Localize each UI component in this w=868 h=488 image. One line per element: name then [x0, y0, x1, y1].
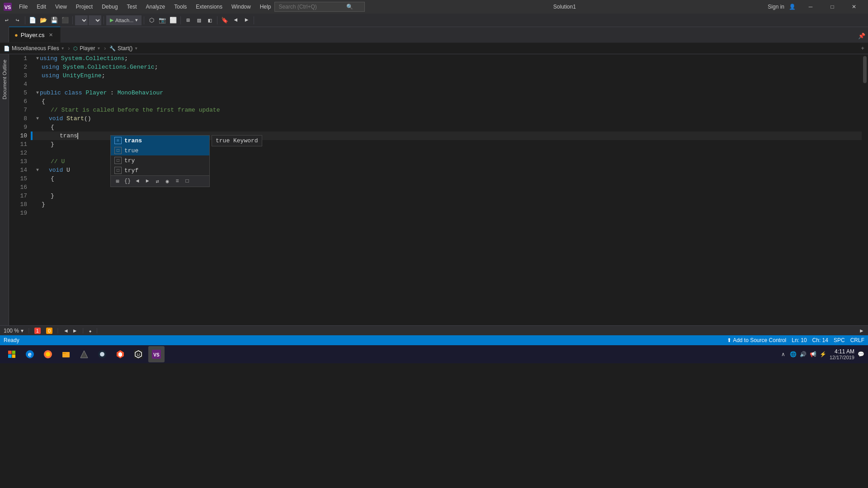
menu-tools[interactable]: Tools — [170, 2, 190, 12]
ac-item-try[interactable]: □ try — [111, 155, 209, 165]
ac-tool-7[interactable]: ≡ — [173, 177, 181, 185]
ac-tool-3[interactable]: ◄ — [133, 177, 142, 185]
title-search-input[interactable] — [278, 4, 346, 10]
zoom-level[interactable]: 100 % ▾ — [4, 328, 24, 334]
new-file-button[interactable]: 📄 — [28, 15, 38, 25]
scroll-thumb[interactable] — [863, 56, 867, 83]
code-editor[interactable]: ▼ using System.Collections; using System… — [33, 54, 862, 325]
toolbar-btn-5[interactable]: ⬜ — [168, 15, 178, 25]
collapse-5[interactable]: ▼ — [36, 89, 39, 97]
menu-window[interactable]: Window — [228, 2, 255, 12]
taskbar-vs-icon[interactable]: VS — [148, 346, 165, 362]
ac-tool-6[interactable]: ◉ — [163, 177, 171, 185]
tab-player-cs[interactable]: ● Player.cs ✕ — [9, 27, 61, 42]
breadcrumb-files[interactable]: Miscellaneous Files — [12, 45, 59, 52]
minimize-button[interactable]: ─ — [800, 0, 821, 14]
error-count[interactable]: 1 — [34, 328, 42, 334]
status-spc[interactable]: SPC — [834, 337, 845, 343]
redo-button[interactable]: ↪ — [13, 15, 23, 25]
nav-fwd-toolbar[interactable]: ► — [241, 15, 251, 25]
toolbar-btn-7[interactable]: ▤ — [194, 15, 204, 25]
ac-item-trans[interactable]: ≡ trans — [111, 136, 209, 145]
toolbar-btn-8[interactable]: ◧ — [205, 15, 215, 25]
breakpoint-button[interactable]: ⬡ — [146, 15, 156, 25]
scroll-right-btn[interactable]: ► — [859, 328, 864, 334]
zoom-dropdown-icon[interactable]: ▾ — [21, 328, 24, 334]
save-button[interactable]: 💾 — [49, 15, 59, 25]
system-clock[interactable]: 4:11 AM 12/17/2019 — [830, 348, 854, 360]
platform-dropdown[interactable] — [89, 15, 101, 25]
sign-in-button[interactable]: Sign in — [764, 2, 788, 12]
ac-tool-4[interactable]: ► — [143, 177, 151, 185]
menu-debug[interactable]: Debug — [98, 2, 121, 12]
tab-close-button[interactable]: ✕ — [47, 31, 55, 38]
code-line-18: } — [33, 200, 862, 209]
close-button[interactable]: ✕ — [844, 0, 864, 14]
nav-back-btn[interactable]: ◄ — [63, 328, 69, 334]
add-nav-button[interactable]: + — [861, 45, 864, 52]
doc-outline-label[interactable]: Document Outline — [1, 56, 8, 103]
ac-item-tryf[interactable]: □ tryf — [111, 165, 209, 175]
menu-test[interactable]: Test — [123, 2, 141, 12]
restore-button[interactable]: □ — [822, 0, 843, 14]
menu-file[interactable]: File — [15, 2, 31, 12]
ac-tool-1[interactable]: ⊞ — [113, 177, 122, 185]
ac-item-true[interactable]: □ true — [111, 145, 209, 155]
network-icon[interactable]: 🌐 — [790, 351, 797, 358]
taskbar-unity-icon[interactable]: U — [130, 346, 146, 362]
taskbar-edge-icon[interactable]: e — [22, 346, 38, 362]
taskbar-app4-icon[interactable] — [76, 346, 92, 362]
svg-rect-2 — [8, 351, 12, 354]
breadcrumb-method[interactable]: Start() — [118, 45, 132, 52]
status-ready[interactable]: Ready — [4, 337, 19, 343]
ac-tool-5[interactable]: ⇄ — [153, 177, 161, 185]
nav-back-toolbar[interactable]: ◄ — [231, 15, 241, 25]
screenshot-button[interactable]: 📷 — [157, 15, 167, 25]
taskbar-steam-icon[interactable] — [94, 346, 110, 362]
taskbar-explorer-icon[interactable] — [58, 346, 74, 362]
volume-icon[interactable]: 🔊 — [800, 351, 807, 358]
menu-project[interactable]: Project — [72, 2, 96, 12]
nav-indicator[interactable]: ⬥ — [89, 328, 92, 334]
status-ch[interactable]: Ch: 14 — [812, 337, 828, 343]
attach-button[interactable]: ▶ Attach... ▾ — [106, 15, 142, 25]
scrollbar-vertical[interactable] — [862, 54, 868, 325]
ac-tool-2[interactable]: {} — [123, 177, 132, 185]
speaker-icon[interactable]: 📢 — [810, 351, 817, 358]
save-all-button[interactable]: ⬛ — [60, 15, 70, 25]
start-button[interactable] — [4, 346, 20, 362]
nav-fwd-btn[interactable]: ► — [72, 328, 78, 334]
breadcrumb-class[interactable]: Player — [80, 45, 95, 52]
bookmark-button[interactable]: 🔖 — [220, 15, 230, 25]
notification-icon[interactable]: 💬 — [857, 351, 864, 358]
config-dropdown[interactable] — [75, 15, 88, 25]
menu-extensions[interactable]: Extensions — [192, 2, 226, 12]
line-num-9: 9 — [9, 123, 31, 131]
toolbar-btn-6[interactable]: ⊞ — [183, 15, 193, 25]
collapse-8[interactable]: ▼ — [36, 114, 39, 123]
collapse-1[interactable]: ▼ — [36, 54, 39, 63]
tab-pin-button[interactable]: 📌 — [855, 30, 868, 42]
doc-outline-toggle[interactable] — [0, 27, 9, 42]
svg-point-9 — [46, 352, 50, 357]
warning-count[interactable]: 0 — [46, 328, 52, 334]
menu-view[interactable]: View — [52, 2, 71, 12]
collapse-14[interactable]: ▼ — [36, 166, 39, 174]
add-source-control[interactable]: ⬆ Add to Source Control — [727, 337, 786, 343]
taskbar-firefox-icon[interactable] — [40, 346, 56, 362]
status-crlf[interactable]: CRLF — [850, 337, 864, 343]
undo-button[interactable]: ↩ — [2, 15, 12, 25]
menu-analyze[interactable]: Analyze — [142, 2, 169, 12]
method-icon: 🔧 — [109, 46, 116, 52]
taskbar-brave-icon[interactable] — [112, 346, 128, 362]
autocomplete-dropdown[interactable]: ≡ trans □ true □ try □ tryf ⊞ {} ◄ — [110, 135, 210, 187]
battery-icon[interactable]: ⚡ — [820, 351, 827, 358]
line-num-8: 8 — [9, 114, 31, 123]
clock-time: 4:11 AM — [830, 348, 854, 355]
ac-tool-8[interactable]: □ — [183, 177, 191, 185]
menu-edit[interactable]: Edit — [33, 2, 50, 12]
status-ln[interactable]: Ln: 10 — [792, 337, 807, 343]
menu-help[interactable]: Help — [256, 2, 275, 12]
open-file-button[interactable]: 📂 — [38, 15, 48, 25]
chevron-up-icon[interactable]: ∧ — [780, 351, 787, 358]
